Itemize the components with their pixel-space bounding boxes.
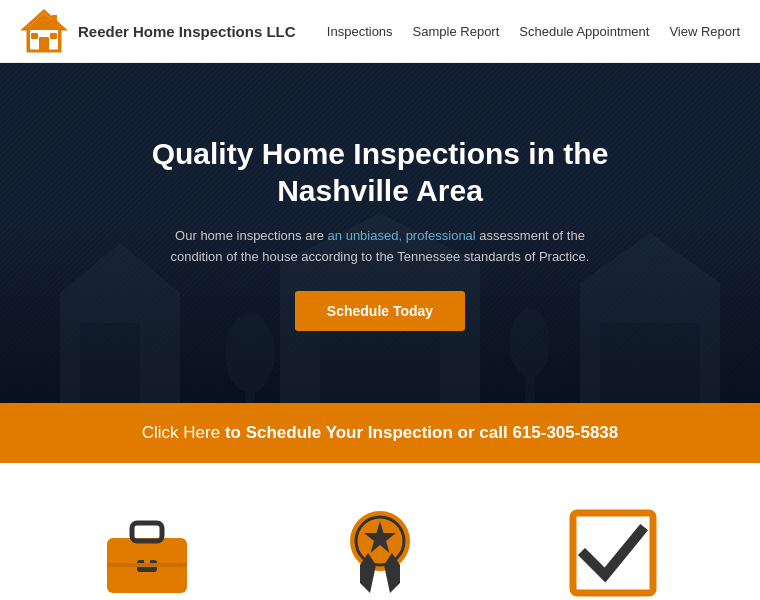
- star-badge-icon: [330, 503, 430, 600]
- feature-electronic: Same Day Electronic: [513, 503, 713, 600]
- banner-click-here: Click Here: [142, 423, 220, 442]
- hero-subtitle: Our home inspections are an unbiased, pr…: [150, 226, 610, 268]
- logo-area: Reeder Home Inspections LLC: [20, 7, 296, 55]
- checkmark-icon: [563, 503, 663, 600]
- feature-certified: Certified, Licensed: [280, 503, 480, 600]
- svg-rect-4: [31, 33, 38, 39]
- logo-icon: [20, 7, 68, 55]
- features-section: Professional and Certified, Licensed Sam…: [0, 463, 760, 600]
- logo-text: Reeder Home Inspections LLC: [78, 23, 296, 40]
- hero-subtitle-link[interactable]: an unbiased, professional: [328, 228, 476, 243]
- svg-rect-5: [50, 33, 57, 39]
- orange-banner[interactable]: Click Here to Schedule Your Inspection o…: [0, 403, 760, 463]
- hero-section: Quality Home Inspections in the Nashvill…: [0, 63, 760, 403]
- svg-rect-21: [107, 563, 187, 567]
- site-header: Reeder Home Inspections LLC Inspections …: [0, 0, 760, 63]
- schedule-today-button[interactable]: Schedule Today: [295, 291, 465, 331]
- nav-schedule-appointment[interactable]: Schedule Appointment: [519, 24, 649, 39]
- svg-rect-6: [52, 15, 57, 25]
- svg-rect-15: [245, 383, 255, 403]
- feature-professional: Professional and: [47, 503, 247, 600]
- hero-title: Quality Home Inspections in the Nashvill…: [150, 135, 610, 210]
- banner-main-text: to Schedule Your Inspection or call: [220, 423, 512, 442]
- nav-view-report[interactable]: View Report: [669, 24, 740, 39]
- svg-rect-16: [525, 373, 535, 403]
- nav-inspections[interactable]: Inspections: [327, 24, 393, 39]
- briefcase-icon: [97, 503, 197, 600]
- nav-sample-report[interactable]: Sample Report: [413, 24, 500, 39]
- svg-rect-3: [39, 37, 49, 51]
- main-nav: Inspections Sample Report Schedule Appoi…: [327, 24, 740, 39]
- hero-content: Quality Home Inspections in the Nashvill…: [130, 115, 630, 352]
- banner-phone: 615-305-5838: [512, 423, 618, 442]
